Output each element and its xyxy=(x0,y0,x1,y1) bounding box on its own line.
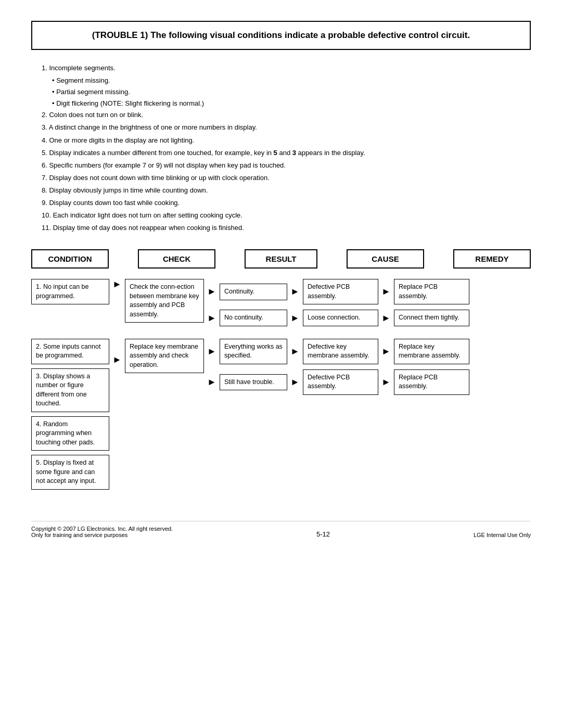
flow-diagram: CONDITION CHECK RESULT CAUSE REMEDY 1. N… xyxy=(31,249,531,490)
footer-page: 5-12 xyxy=(316,530,330,538)
footer: Copyright © 2007 LG Electronics. Inc. Al… xyxy=(31,521,531,538)
header-condition: CONDITION xyxy=(31,249,109,269)
flow-group-2: 2. Some inputs cannot be programmed. 3. … xyxy=(31,339,531,490)
arrow-2: ► xyxy=(109,339,125,365)
check-box-1: Check the conn-ection between membrane k… xyxy=(125,279,204,323)
list-subitem: • Segment missing. xyxy=(52,75,531,86)
arrow-1: ► xyxy=(109,279,125,290)
remedy-box-1a: Replace PCB assembly. xyxy=(394,279,469,304)
footer-training: Only for training and service purposes xyxy=(31,532,173,538)
list-item: 3. A distinct change in the brightness o… xyxy=(42,122,531,133)
list-item: 4. One or more digits in the display are… xyxy=(42,135,531,146)
condition-box-2d: 5. Display is fixed at some figure and c… xyxy=(31,455,109,490)
arrow-2a: ► xyxy=(204,346,220,357)
arrow-1a: ► xyxy=(204,286,220,297)
branch-row-1b: ► No continuity. ► Loose connection. ► C… xyxy=(204,310,469,326)
flow-group-1: 1. No input can be programmed. ► Check t… xyxy=(31,279,531,326)
item-num: 1. xyxy=(42,64,47,72)
arrow-2e: ► xyxy=(287,377,303,388)
header-result: RESULT xyxy=(245,249,317,269)
condition-group-2: 2. Some inputs cannot be programmed. 3. … xyxy=(31,339,109,490)
arrow-2c: ► xyxy=(378,346,394,357)
branch-row-1a: ► Continuity. ► Defective PCB assembly. … xyxy=(204,279,469,304)
branch-area-1: ► Continuity. ► Defective PCB assembly. … xyxy=(204,279,469,326)
header-remedy: REMEDY xyxy=(453,249,531,269)
list-item: 7. Display does not count down with time… xyxy=(42,172,531,184)
list-item: 2. Colon does not turn on or blink. xyxy=(42,109,531,121)
check-box-2: Replace key membrane assembly and check … xyxy=(125,339,204,374)
remedy-box-2a: Replace key membrane assembly. xyxy=(394,339,469,364)
cause-box-1b: Loose connection. xyxy=(303,310,378,326)
condition-box-2a: 2. Some inputs cannot be programmed. xyxy=(31,339,109,364)
footer-right: LGE Internal Use Only xyxy=(474,532,531,538)
page-title: (TROUBLE 1) The following visual conditi… xyxy=(43,30,519,41)
arrow-1d: ► xyxy=(204,313,220,324)
list-item: 1. Incomplete segments. xyxy=(42,62,531,74)
result-box-1a: Continuity. xyxy=(220,284,287,300)
list-subitem: • Partial segment missing. xyxy=(52,86,531,98)
result-box-2a: Everything works as specified. xyxy=(220,339,287,364)
title-box: (TROUBLE 1) The following visual conditi… xyxy=(31,21,531,50)
header-check: CHECK xyxy=(138,249,215,269)
branch-row-2b: ► Still have trouble. ► Defective PCB as… xyxy=(204,369,469,395)
arrow-2f: ► xyxy=(378,377,394,388)
cause-box-2a: Defective key membrane assembly. xyxy=(303,339,378,364)
condition-box-2c: 4. Random programming when touching othe… xyxy=(31,416,109,451)
list-item: 6. Specific numbers (for example 7 or 9)… xyxy=(42,160,531,171)
arrow-2d: ► xyxy=(204,377,220,388)
condition-box-1: 1. No input can be programmed. xyxy=(31,279,109,304)
cause-box-1a: Defective PCB assembly. xyxy=(303,279,378,304)
remedy-box-2b: Replace PCB assembly. xyxy=(394,369,469,395)
cause-box-2b: Defective PCB assembly. xyxy=(303,369,378,395)
list-item: 5. Display indicates a number different … xyxy=(42,147,531,159)
footer-copyright: Copyright © 2007 LG Electronics. Inc. Al… xyxy=(31,526,173,532)
list-item: 8. Display obviously jumps in time while… xyxy=(42,185,531,196)
list-item: 10. Each indicator light does not turn o… xyxy=(42,210,531,221)
arrow-1b: ► xyxy=(287,286,303,297)
branch-area-2: ► Everything works as specified. ► Defec… xyxy=(204,339,469,395)
list-item: 9. Display counts down too fast while co… xyxy=(42,197,531,209)
intro-list: 1. Incomplete segments. • Segment missin… xyxy=(42,62,531,234)
result-box-2b: Still have trouble. xyxy=(220,374,287,391)
branch-row-2a: ► Everything works as specified. ► Defec… xyxy=(204,339,469,364)
arrow-1e: ► xyxy=(287,313,303,324)
arrow-2b: ► xyxy=(287,346,303,357)
list-item: 11. Display time of day does not reappea… xyxy=(42,222,531,234)
footer-left: Copyright © 2007 LG Electronics. Inc. Al… xyxy=(31,526,173,538)
header-cause: CAUSE xyxy=(347,249,424,269)
condition-box-2b: 3. Display shows a number or figure diff… xyxy=(31,368,109,412)
remedy-box-1b: Connect them tightly. xyxy=(394,310,469,326)
header-row: CONDITION CHECK RESULT CAUSE REMEDY xyxy=(31,249,531,269)
list-subitem: • Digit flickering (NOTE: Slight flicker… xyxy=(52,98,531,109)
arrow-1c: ► xyxy=(378,286,394,297)
result-box-1b: No continuity. xyxy=(220,310,287,326)
arrow-1f: ► xyxy=(378,313,394,324)
